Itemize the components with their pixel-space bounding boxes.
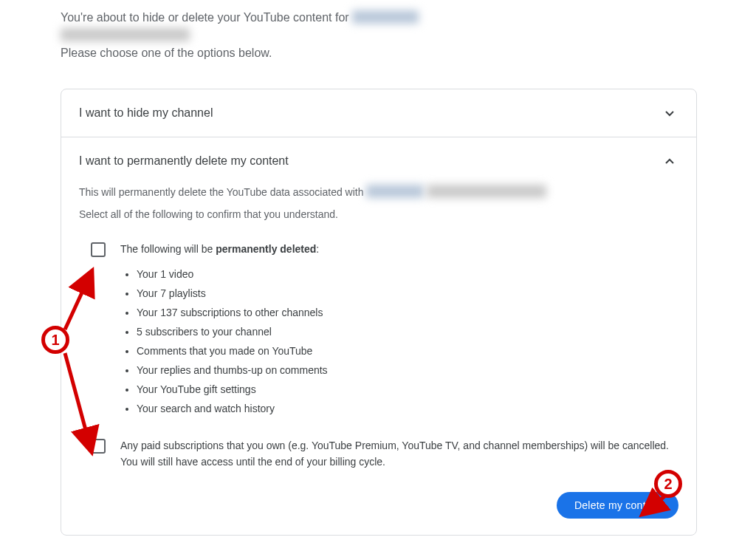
redacted-email xyxy=(61,28,190,41)
list-item: Your YouTube gift settings xyxy=(137,380,678,399)
confirm-checkbox-1[interactable] xyxy=(91,242,106,257)
redacted-email-2 xyxy=(427,185,546,198)
intro-line1-prefix: You're about to hide or delete your YouT… xyxy=(61,11,352,24)
select-all-text: Select all of the following to confirm t… xyxy=(79,207,678,222)
list-item: Your 137 subscriptions to other channels xyxy=(137,303,678,322)
hide-channel-title: I want to hide my channel xyxy=(79,106,213,120)
hide-channel-header[interactable]: I want to hide my channel xyxy=(61,89,696,137)
chevron-down-icon xyxy=(661,104,678,122)
confirm1-lead: The following will be permanently delete… xyxy=(120,241,678,257)
list-item: Your search and watch history xyxy=(137,399,678,418)
list-item: Your 1 video xyxy=(137,264,678,284)
delete-content-title: I want to permanently delete my content xyxy=(79,154,289,168)
delete-desc: This will permanently delete the YouTube… xyxy=(79,185,678,199)
hide-channel-section: I want to hide my channel xyxy=(61,89,696,137)
intro-text: You're about to hide or delete your YouT… xyxy=(61,9,697,62)
list-item: Comments that you made on YouTube xyxy=(137,341,678,360)
confirm-checkbox-2[interactable] xyxy=(91,439,106,454)
redacted-channel-name-2 xyxy=(366,185,424,198)
confirm-block-2: Any paid subscriptions that you own (e.g… xyxy=(79,437,678,470)
delete-desc-prefix: This will permanently delete the YouTube… xyxy=(79,186,366,198)
redacted-channel-name xyxy=(352,10,419,24)
confirm-block-1: The following will be permanently delete… xyxy=(79,241,678,418)
chevron-up-icon xyxy=(661,152,678,170)
options-card: I want to hide my channel I want to perm… xyxy=(61,89,697,536)
list-item: Your replies and thumbs-up on comments xyxy=(137,360,678,380)
delete-content-header[interactable]: I want to permanently delete my content xyxy=(61,137,696,185)
list-item: 5 subscribers to your channel xyxy=(137,322,678,341)
list-item: Your 7 playlists xyxy=(137,284,678,303)
intro-line3: Please choose one of the options below. xyxy=(61,44,697,62)
delete-content-section: I want to permanently delete my content … xyxy=(61,137,696,535)
delete-items-list: Your 1 video Your 7 playlists Your 137 s… xyxy=(120,264,678,418)
delete-my-content-button[interactable]: Delete my content xyxy=(557,492,678,519)
confirm2-text: Any paid subscriptions that you own (e.g… xyxy=(120,437,678,470)
